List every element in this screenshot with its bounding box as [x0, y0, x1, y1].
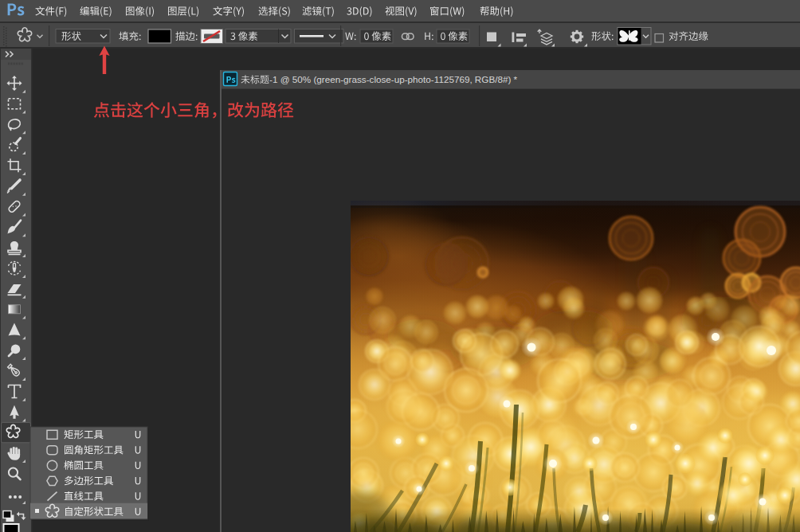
- svg-text:-1 @ 50% (green-grass-close-up: -1 @ 50% (green-grass-close-up-photo-112…: [269, 74, 518, 84]
